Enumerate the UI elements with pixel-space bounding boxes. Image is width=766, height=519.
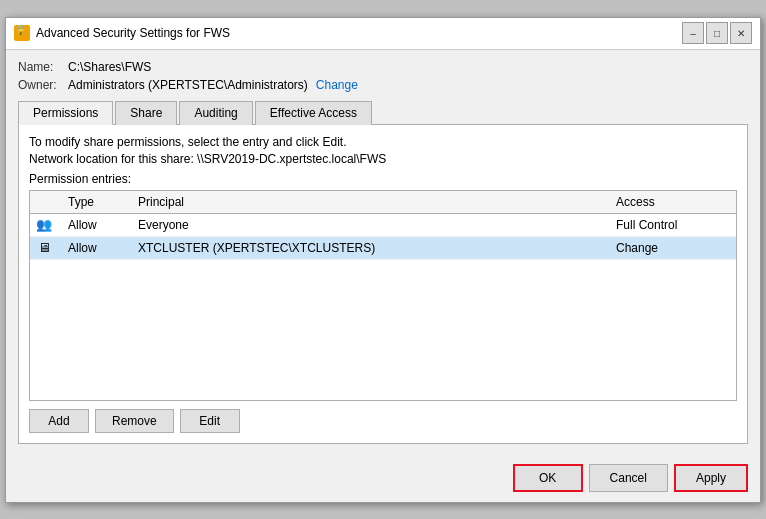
row2-access: Change [612,240,732,256]
window-controls: – □ ✕ [682,22,752,44]
table-header: Type Principal Access [30,191,736,214]
users-icon [36,217,52,232]
tab-content: To modify share permissions, select the … [18,125,748,444]
owner-row: Owner: Administrators (XPERTSTEC\Adminis… [18,78,748,92]
close-button[interactable]: ✕ [730,22,752,44]
table-row[interactable]: Allow Everyone Full Control [30,214,736,237]
entries-label: Permission entries: [29,172,737,186]
remove-button[interactable]: Remove [95,409,174,433]
row1-type: Allow [64,217,134,233]
table-row[interactable]: Allow XTCLUSTER (XPERTSTEC\XTCLUSTERS) C… [30,237,736,260]
permissions-table: Type Principal Access Allow Everyone Ful… [29,190,737,401]
col-principal: Principal [134,194,612,210]
row1-icon [34,217,54,233]
tab-permissions[interactable]: Permissions [18,101,113,125]
col-icon [34,194,64,210]
row1-principal: Everyone [134,217,612,233]
dialog-footer: OK Cancel Apply [6,456,760,502]
name-value: C:\Shares\FWS [68,60,151,74]
apply-button[interactable]: Apply [674,464,748,492]
maximize-button[interactable]: □ [706,22,728,44]
name-label: Name: [18,60,68,74]
change-owner-link[interactable]: Change [316,78,358,92]
add-button[interactable]: Add [29,409,89,433]
row1-access: Full Control [612,217,732,233]
tab-auditing[interactable]: Auditing [179,101,252,125]
row2-principal: XTCLUSTER (XPERTSTEC\XTCLUSTERS) [134,240,612,256]
desc-line1: To modify share permissions, select the … [29,135,737,149]
window-title: Advanced Security Settings for FWS [36,26,682,40]
owner-value: Administrators (XPERTSTEC\Administrators… [68,78,308,92]
col-access: Access [612,194,732,210]
minimize-button[interactable]: – [682,22,704,44]
title-bar: Advanced Security Settings for FWS – □ ✕ [6,18,760,50]
main-window: Advanced Security Settings for FWS – □ ✕… [5,17,761,503]
tab-bar: Permissions Share Auditing Effective Acc… [18,100,748,125]
ok-button[interactable]: OK [513,464,583,492]
window-body: Name: C:\Shares\FWS Owner: Administrator… [6,50,760,456]
action-buttons: Add Remove Edit [29,409,737,433]
table-empty-space [30,260,736,400]
tab-share[interactable]: Share [115,101,177,125]
cancel-button[interactable]: Cancel [589,464,668,492]
tab-effective-access[interactable]: Effective Access [255,101,372,125]
computer-icon [38,240,51,255]
row2-type: Allow [64,240,134,256]
col-type: Type [64,194,134,210]
edit-button[interactable]: Edit [180,409,240,433]
row2-icon [34,240,54,256]
owner-label: Owner: [18,78,68,92]
window-icon [14,25,30,41]
name-row: Name: C:\Shares\FWS [18,60,748,74]
desc-line2: Network location for this share: \\SRV20… [29,152,737,166]
